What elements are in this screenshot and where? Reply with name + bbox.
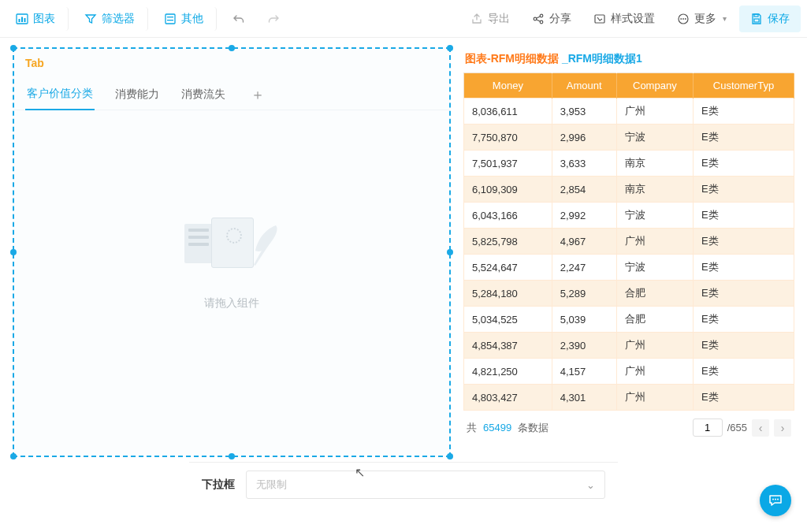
empty-drop-text: 请拖入组件 bbox=[204, 296, 259, 311]
table-cell: 广州 bbox=[616, 229, 693, 255]
table-cell: E类 bbox=[693, 385, 794, 411]
svg-rect-10 bbox=[595, 15, 604, 23]
svg-point-13 bbox=[682, 18, 684, 20]
page-input[interactable] bbox=[693, 419, 723, 437]
empty-illustration bbox=[184, 210, 279, 281]
table-row[interactable]: 7,750,8702,996宁波E类 bbox=[464, 125, 794, 151]
table-cell: E类 bbox=[693, 151, 794, 177]
more-button[interactable]: 更多 ▾ bbox=[668, 7, 736, 31]
table-cell: 广州 bbox=[616, 359, 693, 385]
svg-rect-6 bbox=[167, 20, 173, 20]
table-cell: 6,043,166 bbox=[464, 203, 552, 229]
add-tab-button[interactable]: ＋ bbox=[246, 82, 270, 107]
table-cell: 南京 bbox=[616, 151, 693, 177]
drop-zone[interactable]: 请拖入组件 bbox=[14, 110, 449, 410]
chevron-down-icon: ▾ bbox=[723, 14, 727, 23]
col-customertype[interactable]: CustomerTyp bbox=[693, 73, 794, 99]
table-row[interactable]: 7,501,9373,633南京E类 bbox=[464, 151, 794, 177]
redo-button[interactable] bbox=[258, 8, 289, 30]
redo-icon bbox=[267, 13, 280, 25]
chat-icon bbox=[768, 493, 783, 508]
total-pages: /655 bbox=[727, 422, 747, 433]
share-button[interactable]: 分享 bbox=[523, 7, 581, 31]
table-cell: E类 bbox=[693, 203, 794, 229]
table-row[interactable]: 4,821,2504,157广州E类 bbox=[464, 359, 794, 385]
table-cell: E类 bbox=[693, 229, 794, 255]
svg-point-14 bbox=[685, 18, 686, 20]
table-cell: 2,854 bbox=[552, 177, 616, 203]
table-cell: 3,953 bbox=[552, 99, 616, 125]
resize-handle[interactable] bbox=[10, 249, 17, 255]
table-cell: 7,750,870 bbox=[464, 125, 552, 151]
table-cell: 2,390 bbox=[552, 333, 616, 359]
other-button[interactable]: 其他 bbox=[154, 7, 217, 31]
table-cell: E类 bbox=[693, 359, 794, 385]
table-row[interactable]: 5,825,7984,967广州E类 bbox=[464, 229, 794, 255]
style-button[interactable]: 样式设置 bbox=[584, 7, 664, 31]
table-cell: 5,039 bbox=[552, 307, 616, 333]
table-row[interactable]: 6,043,1662,992宁波E类 bbox=[464, 203, 794, 229]
table-cell: 5,034,525 bbox=[464, 307, 552, 333]
col-amount[interactable]: Amount bbox=[552, 73, 616, 99]
next-page-button[interactable]: › bbox=[774, 419, 791, 437]
table-cell: 合肥 bbox=[616, 307, 693, 333]
table-cell: 广州 bbox=[616, 333, 693, 359]
resize-handle[interactable] bbox=[10, 453, 17, 459]
prev-page-button[interactable]: ‹ bbox=[752, 419, 769, 437]
table-row[interactable]: 5,284,1805,289合肥E类 bbox=[464, 281, 794, 307]
share-icon bbox=[532, 13, 545, 25]
table-row[interactable]: 5,034,5255,039合肥E类 bbox=[464, 307, 794, 333]
resize-handle[interactable] bbox=[447, 249, 453, 255]
export-label: 导出 bbox=[488, 12, 510, 26]
table-cell: 4,967 bbox=[552, 229, 616, 255]
tab-component-selected[interactable]: Tab 客户价值分类 消费能力 消费流失 ＋ 请拖入组件 bbox=[13, 47, 451, 457]
table-cell: E类 bbox=[693, 177, 794, 203]
other-label: 其他 bbox=[181, 12, 203, 26]
table-cell: 宁波 bbox=[616, 255, 693, 281]
dropdown-property-select[interactable]: 无限制 ⌄ bbox=[246, 471, 605, 499]
total-prefix: 共 bbox=[467, 421, 477, 435]
table-row[interactable]: 6,109,3092,854南京E类 bbox=[464, 177, 794, 203]
component-type-label: Tab bbox=[14, 49, 449, 73]
resize-handle[interactable] bbox=[447, 45, 453, 51]
chat-fab[interactable] bbox=[760, 485, 791, 516]
col-company[interactable]: Company bbox=[616, 73, 693, 99]
filter-button[interactable]: 筛选器 bbox=[75, 7, 148, 31]
table-cell: 3,633 bbox=[552, 151, 616, 177]
tabs-row: 客户价值分类 消费能力 消费流失 ＋ bbox=[14, 73, 449, 110]
resize-handle[interactable] bbox=[447, 453, 453, 459]
table-cell: 2,992 bbox=[552, 203, 616, 229]
data-panel: 图表-RFM明细数据 _RFM明细数据1 Money Amount Compan… bbox=[463, 47, 794, 457]
save-button[interactable]: 保存 bbox=[739, 6, 801, 32]
svg-rect-2 bbox=[21, 17, 23, 22]
chart-button[interactable]: 图表 bbox=[6, 7, 69, 31]
table-row[interactable]: 4,803,4274,301广州E类 bbox=[464, 385, 794, 411]
tab-customer-value[interactable]: 客户价值分类 bbox=[25, 79, 95, 110]
resize-handle[interactable] bbox=[229, 45, 235, 51]
table-cell: 5,284,180 bbox=[464, 281, 552, 307]
table-cell: 4,854,387 bbox=[464, 333, 552, 359]
table-row[interactable]: 4,854,3872,390广州E类 bbox=[464, 333, 794, 359]
table-cell: 南京 bbox=[616, 177, 693, 203]
table-cell: 6,109,309 bbox=[464, 177, 552, 203]
svg-rect-5 bbox=[167, 17, 173, 17]
chart-icon bbox=[16, 13, 28, 25]
table-cell: E类 bbox=[693, 255, 794, 281]
table-row[interactable]: 8,036,6113,953广州E类 bbox=[464, 99, 794, 125]
table-cell: 广州 bbox=[616, 99, 693, 125]
undo-icon bbox=[232, 13, 245, 25]
chevron-down-icon: ⌄ bbox=[586, 479, 595, 491]
export-button[interactable]: 导出 bbox=[461, 7, 519, 31]
bottom-property-bar: 下拉框 无限制 ⌄ bbox=[189, 462, 618, 507]
table-row[interactable]: 5,524,6472,247宁波E类 bbox=[464, 255, 794, 281]
tab-churn[interactable]: 消费流失 bbox=[180, 80, 227, 110]
pagination: 共 65499 条数据 /655 ‹ › bbox=[463, 411, 794, 440]
resize-handle[interactable] bbox=[10, 45, 17, 51]
undo-button[interactable] bbox=[223, 8, 255, 30]
style-icon bbox=[593, 13, 606, 25]
svg-point-9 bbox=[540, 20, 543, 24]
tab-spending-power[interactable]: 消费能力 bbox=[113, 80, 161, 110]
resize-handle[interactable] bbox=[229, 453, 235, 459]
col-money[interactable]: Money bbox=[464, 73, 552, 99]
save-label: 保存 bbox=[768, 12, 790, 26]
